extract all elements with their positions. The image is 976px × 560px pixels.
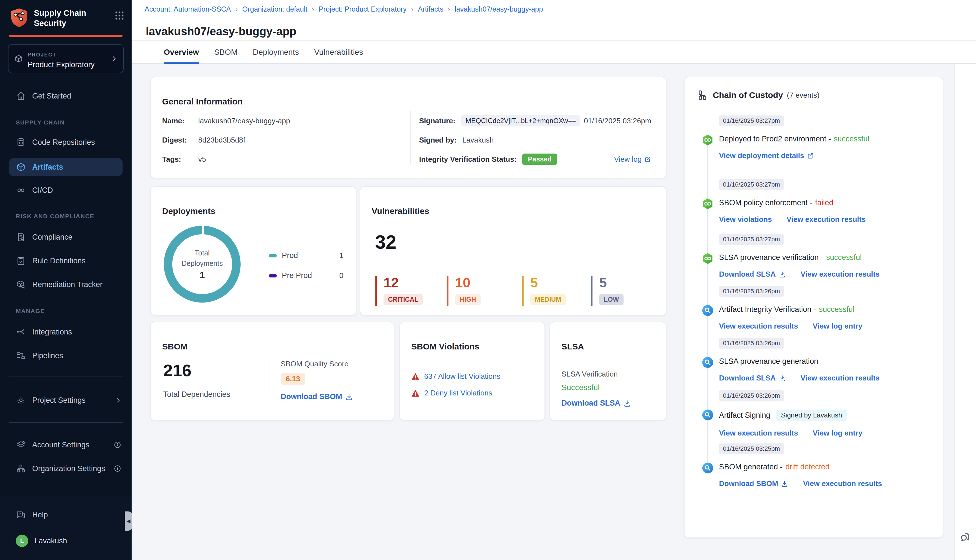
- breadcrumb-current[interactable]: lavakush07/easy-buggy-app: [455, 5, 543, 13]
- event-title: SBOM policy enforcement - failed: [719, 198, 933, 207]
- view-execution-results-link[interactable]: View execution results: [803, 479, 882, 488]
- pipeline-event-icon: [701, 198, 714, 210]
- app-root: Supply Chain Security PROJECT Product Ex…: [0, 0, 976, 560]
- allow-list-violations-link[interactable]: 637 Allow list Violations: [424, 372, 501, 381]
- sbom-total-label: Total Dependencies: [163, 390, 230, 399]
- page-header: Account: Automation-SSCA › Organization:…: [132, 0, 976, 64]
- view-execution-results-link[interactable]: View execution results: [786, 215, 866, 224]
- view-execution-results-link[interactable]: View execution results: [801, 374, 880, 382]
- sidebar-item-artifacts[interactable]: Artifacts: [9, 158, 123, 176]
- breadcrumb-account[interactable]: Account: Automation-SSCA: [145, 5, 231, 13]
- brand-accent-bar: [9, 35, 123, 37]
- slsa-verification-label: SLSA Verification: [561, 370, 631, 378]
- severity-badge: MEDIUM: [531, 294, 566, 305]
- event-links: Download SBOM View execution results: [719, 479, 933, 488]
- timeline-event: 01/16/2025 03:26pm Artifact Integrity Ve…: [719, 285, 933, 330]
- legend-value: 0: [339, 271, 344, 280]
- sidebar-item-compliance[interactable]: Compliance: [0, 228, 132, 245]
- download-slsa-link[interactable]: Download SLSA: [561, 399, 631, 408]
- scan-event-icon: [701, 409, 714, 421]
- feedback-chat-icon[interactable]: [959, 530, 973, 543]
- tab-overview[interactable]: Overview: [164, 41, 199, 64]
- event-links: View execution results View log entry: [719, 322, 933, 330]
- view-violations-link[interactable]: View violations: [719, 215, 772, 224]
- sidebar-section-risk: RISK AND COMPLIANCE: [16, 213, 94, 220]
- sidebar-item-label: Artifacts: [32, 163, 63, 172]
- info-icon[interactable]: [113, 441, 122, 449]
- module-grid-icon[interactable]: [115, 11, 124, 20]
- tab-deployments[interactable]: Deployments: [253, 41, 299, 64]
- download-slsa-link[interactable]: Download SLSA: [719, 374, 786, 382]
- sidebar-section-supply-chain: SUPPLY CHAIN: [16, 119, 65, 126]
- event-timestamp: 01/16/2025 03:27pm: [719, 179, 784, 190]
- collapse-arrow-icon: ◀: [127, 518, 130, 524]
- integrations-icon: [16, 327, 26, 337]
- download-sbom-link[interactable]: Download SBOM: [719, 479, 788, 488]
- sidebar-item-integrations[interactable]: Integrations: [0, 323, 132, 340]
- org-hierarchy-icon: [16, 463, 26, 473]
- view-log-link[interactable]: View log: [614, 155, 651, 164]
- scan-event-icon: [701, 304, 714, 317]
- scan-event-icon: [701, 462, 714, 474]
- sidebar-divider: [9, 422, 123, 423]
- breadcrumb-organization[interactable]: Organization: default: [242, 5, 307, 13]
- sidebar-item-get-started[interactable]: Get Started: [0, 88, 132, 105]
- event-timestamp: 01/16/2025 03:25pm: [719, 443, 784, 454]
- external-link-icon: [644, 156, 651, 163]
- deny-list-violations-link[interactable]: 2 Deny list Violations: [424, 389, 492, 397]
- breadcrumb-artifacts[interactable]: Artifacts: [418, 5, 444, 13]
- breadcrumb-separator: ›: [235, 5, 238, 13]
- download-sbom-link[interactable]: Download SBOM: [281, 392, 353, 401]
- sidebar-item-label: Pipelines: [32, 352, 63, 360]
- sidebar-item-account-settings[interactable]: Account Settings: [0, 437, 132, 453]
- breadcrumb-project[interactable]: Project: Product Exploratory: [319, 5, 406, 13]
- card-title: General Information: [162, 97, 243, 107]
- sidebar-item-cicd[interactable]: CI/CD: [0, 182, 132, 199]
- timeline-event: 01/16/2025 03:27pm SLSA provenance verif…: [719, 233, 933, 278]
- project-selector[interactable]: PROJECT Product Exploratory: [8, 44, 124, 73]
- chevron-right-icon: [111, 55, 117, 62]
- sidebar: Supply Chain Security PROJECT Product Ex…: [0, 0, 132, 560]
- download-icon: [779, 375, 786, 382]
- scan-event-icon: [701, 356, 714, 368]
- view-execution-results-link[interactable]: View execution results: [801, 270, 880, 278]
- app-title: Supply Chain Security: [34, 8, 90, 28]
- signed-by-value: Lavakush: [462, 136, 494, 145]
- slsa-verification-section: SLSA Verification Successful Download SL…: [561, 370, 631, 408]
- download-slsa-link[interactable]: Download SLSA: [719, 270, 786, 278]
- artifact-digest: 8d23bd3b5d8f: [198, 136, 245, 145]
- card-title: SBOM Violations: [411, 342, 479, 352]
- timeline-event: 01/16/2025 03:25pm SBOM generated - drif…: [719, 443, 933, 488]
- severity-breakdown: 12 CRITICAL 10 HIGH 5 MEDIUM 5 LOW: [375, 276, 653, 306]
- event-links: Download SLSA View execution results: [719, 374, 933, 382]
- sidebar-item-code-repositories[interactable]: Code Repositories: [0, 134, 132, 151]
- legend-swatch: [269, 274, 277, 277]
- layers-icon: [16, 440, 26, 450]
- view-log-entry-link[interactable]: View log entry: [813, 429, 863, 438]
- help-button[interactable]: ? Help: [16, 510, 48, 520]
- chain-of-custody-header: Chain of Custody (7 events): [697, 90, 819, 100]
- tab-sbom[interactable]: SBOM: [214, 41, 237, 64]
- sbom-total-dependencies: 216: [163, 361, 192, 380]
- sidebar-item-label: Account Settings: [32, 441, 90, 449]
- sidebar-item-rule-definitions[interactable]: Rule Definitions: [0, 252, 132, 269]
- sidebar-item-pipelines[interactable]: Pipelines: [0, 347, 132, 364]
- warning-triangle-icon: [411, 389, 420, 397]
- signature-date: 01/16/2025 03:26pm: [584, 117, 651, 125]
- sidebar-item-remediation-tracker[interactable]: Remediation Tracker: [0, 276, 132, 293]
- view-deployment-details-link[interactable]: View deployment details: [719, 151, 814, 160]
- artifact-tags: v5: [198, 155, 206, 164]
- sidebar-item-label: Project Settings: [32, 396, 85, 405]
- sidebar-collapse-handle[interactable]: ◀: [125, 512, 132, 531]
- column-divider: [410, 111, 410, 164]
- sidebar-item-organization-settings[interactable]: Organization Settings: [0, 460, 132, 477]
- severity-medium: 5 MEDIUM: [522, 276, 591, 306]
- user-menu[interactable]: L Lavakush: [16, 535, 67, 547]
- download-icon: [623, 399, 631, 407]
- sidebar-item-project-settings[interactable]: Project Settings: [0, 392, 132, 409]
- tab-vulnerabilities[interactable]: Vulnerabilities: [314, 41, 363, 64]
- info-icon[interactable]: [113, 465, 122, 472]
- view-execution-results-link[interactable]: View execution results: [719, 429, 798, 438]
- view-log-entry-link[interactable]: View log entry: [813, 322, 863, 330]
- view-execution-results-link[interactable]: View execution results: [719, 322, 798, 330]
